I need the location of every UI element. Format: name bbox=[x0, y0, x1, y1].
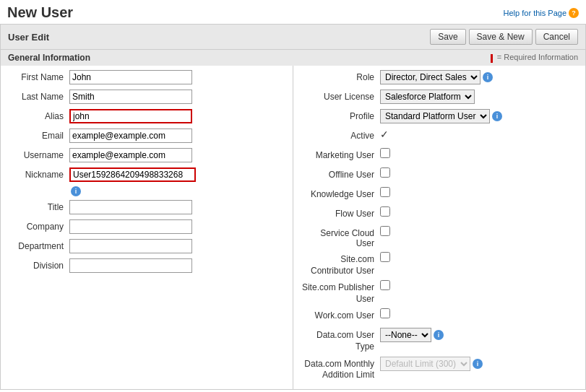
form-left: First Name Last Name Alias Email Usernam bbox=[1, 66, 293, 389]
active-row: Active ✓ bbox=[301, 129, 578, 144]
sitecom-contributor-checkbox[interactable] bbox=[380, 252, 390, 262]
department-row: Department bbox=[8, 239, 285, 255]
email-input[interactable] bbox=[69, 129, 192, 143]
knowledge-user-value bbox=[380, 187, 578, 197]
active-value: ✓ bbox=[380, 129, 578, 140]
offline-user-label: Offline User bbox=[301, 167, 380, 180]
first-name-input[interactable] bbox=[69, 70, 192, 84]
datacom-user-type-info-icon[interactable]: i bbox=[434, 330, 444, 340]
title-value bbox=[69, 200, 285, 214]
toolbar-buttons: Save Save & New Cancel bbox=[430, 29, 578, 45]
department-label: Department bbox=[8, 239, 69, 251]
role-info-icon[interactable]: i bbox=[483, 72, 493, 82]
offline-user-row: Offline User bbox=[301, 167, 578, 183]
save-new-button[interactable]: Save & New bbox=[469, 29, 533, 45]
role-select[interactable]: Director, Direct Sales bbox=[380, 70, 481, 84]
active-checkmark: ✓ bbox=[380, 129, 389, 140]
service-cloud-user-value bbox=[380, 226, 578, 236]
division-label: Division bbox=[8, 258, 69, 271]
profile-info-icon[interactable]: i bbox=[492, 111, 502, 121]
first-name-row: First Name bbox=[8, 70, 285, 86]
service-cloud-user-checkbox[interactable] bbox=[380, 226, 390, 236]
company-row: Company bbox=[8, 219, 285, 235]
role-value: Director, Direct Sales i bbox=[380, 70, 578, 84]
marketing-user-value bbox=[380, 148, 578, 158]
sitecom-contributor-label: Site.com Contributor User bbox=[301, 252, 380, 276]
marketing-user-checkbox[interactable] bbox=[380, 148, 390, 158]
datacom-user-type-value: --None-- i bbox=[380, 328, 578, 342]
profile-row: Profile Standard Platform User i bbox=[301, 109, 578, 125]
datacom-monthly-label: Data.com Monthly Addition Limit bbox=[301, 357, 380, 381]
datacom-user-type-row: Data.com User Type --None-- i bbox=[301, 328, 578, 352]
user-license-label: User License bbox=[301, 90, 380, 102]
service-cloud-user-label: Service Cloud User bbox=[301, 226, 380, 248]
sitecom-publisher-row: Site.com Publisher User bbox=[301, 280, 578, 305]
user-license-select[interactable]: Salesforce Platform bbox=[380, 90, 475, 104]
datacom-monthly-row: Data.com Monthly Addition Limit Default … bbox=[301, 357, 578, 381]
user-license-value: Salesforce Platform bbox=[380, 90, 578, 104]
last-name-value bbox=[69, 90, 285, 104]
page-title: New User bbox=[7, 4, 73, 21]
title-label: Title bbox=[8, 200, 69, 212]
sitecom-contributor-value bbox=[380, 252, 578, 262]
username-row: Username bbox=[8, 148, 285, 164]
department-input[interactable] bbox=[69, 239, 192, 253]
profile-select[interactable]: Standard Platform User bbox=[380, 109, 490, 123]
workcom-user-checkbox[interactable] bbox=[380, 308, 390, 318]
nickname-info-icon[interactable]: i bbox=[71, 186, 81, 196]
role-label: Role bbox=[301, 70, 380, 82]
save-button[interactable]: Save bbox=[430, 29, 465, 45]
cancel-button[interactable]: Cancel bbox=[535, 29, 578, 45]
active-label: Active bbox=[301, 129, 380, 141]
email-label: Email bbox=[8, 129, 69, 141]
section-header: General Information = Required Informati… bbox=[0, 49, 586, 66]
division-row: Division bbox=[8, 258, 285, 274]
nickname-value: i bbox=[69, 167, 285, 196]
datacom-user-type-label: Data.com User Type bbox=[301, 328, 380, 352]
section-title: General Information bbox=[8, 53, 90, 63]
first-name-value bbox=[69, 70, 285, 84]
last-name-row: Last Name bbox=[8, 90, 285, 105]
title-input[interactable] bbox=[69, 200, 192, 214]
datacom-user-type-select[interactable]: --None-- bbox=[380, 328, 431, 342]
knowledge-user-label: Knowledge User bbox=[301, 187, 380, 199]
username-value bbox=[69, 148, 285, 162]
email-row: Email bbox=[8, 129, 285, 144]
required-info: = Required Information bbox=[491, 53, 578, 62]
workcom-user-row: Work.com User bbox=[301, 308, 578, 324]
sitecom-publisher-checkbox[interactable] bbox=[380, 280, 390, 290]
offline-user-value bbox=[380, 167, 578, 178]
knowledge-user-checkbox[interactable] bbox=[380, 187, 390, 197]
alias-label: Alias bbox=[8, 109, 69, 121]
form-right: Role Director, Direct Sales i User Licen… bbox=[293, 66, 585, 389]
nickname-label: Nickname bbox=[8, 167, 69, 180]
help-link-text: Help for this Page bbox=[504, 9, 566, 17]
profile-value: Standard Platform User i bbox=[380, 109, 578, 123]
email-value bbox=[69, 129, 285, 143]
company-label: Company bbox=[8, 219, 69, 232]
flow-user-checkbox[interactable] bbox=[380, 206, 390, 217]
alias-input[interactable] bbox=[69, 109, 192, 123]
help-icon: ? bbox=[569, 8, 579, 18]
datacom-monthly-info-icon[interactable]: i bbox=[473, 359, 483, 369]
last-name-label: Last Name bbox=[8, 90, 69, 102]
role-row: Role Director, Direct Sales i bbox=[301, 70, 578, 86]
division-input[interactable] bbox=[69, 258, 192, 273]
datacom-monthly-select[interactable]: Default Limit (300) bbox=[380, 357, 470, 371]
sitecom-contributor-row: Site.com Contributor User bbox=[301, 252, 578, 276]
toolbar: User Edit Save Save & New Cancel bbox=[0, 24, 586, 49]
marketing-user-row: Marketing User bbox=[301, 148, 578, 164]
last-name-input[interactable] bbox=[69, 90, 192, 104]
required-bar-icon bbox=[491, 54, 493, 63]
nickname-input[interactable] bbox=[69, 167, 196, 182]
toolbar-title: User Edit bbox=[8, 32, 49, 43]
company-input[interactable] bbox=[69, 219, 192, 234]
flow-user-value bbox=[380, 206, 578, 217]
help-link[interactable]: Help for this Page ? bbox=[504, 8, 579, 18]
offline-user-checkbox[interactable] bbox=[380, 167, 390, 178]
marketing-user-label: Marketing User bbox=[301, 148, 380, 160]
division-value bbox=[69, 258, 285, 273]
username-input[interactable] bbox=[69, 148, 192, 162]
profile-label: Profile bbox=[301, 109, 380, 121]
first-name-label: First Name bbox=[8, 70, 69, 82]
